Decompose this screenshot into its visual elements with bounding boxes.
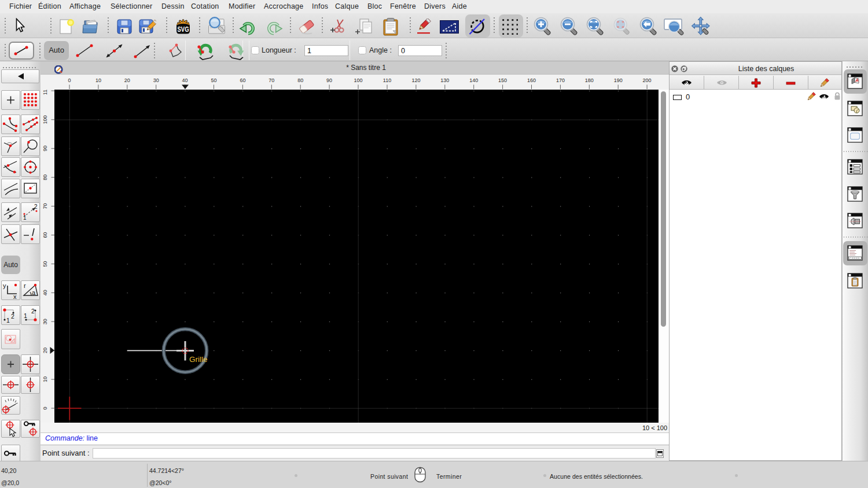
svg-text:190: 190 (614, 77, 623, 83)
svg-text:1: 1 (24, 312, 27, 319)
svg-text:70: 70 (269, 77, 274, 83)
svg-text:100: 100 (42, 115, 48, 124)
svg-text:60: 60 (42, 232, 48, 238)
svg-text:80: 80 (297, 77, 303, 83)
svg-text:1: 1 (23, 215, 27, 221)
svg-text:20: 20 (42, 347, 48, 353)
svg-text:20: 20 (124, 77, 130, 83)
svg-text:0: 0 (68, 77, 71, 83)
svg-text:60: 60 (240, 77, 245, 83)
svg-text:70: 70 (42, 204, 48, 209)
svg-text:160: 160 (527, 77, 536, 83)
svg-text:140: 140 (469, 77, 478, 83)
svg-text:200: 200 (643, 77, 652, 83)
svg-text:40: 40 (42, 290, 48, 295)
svg-text:Grille: Grille (189, 355, 208, 364)
svg-text:120: 120 (411, 77, 420, 83)
svg-text:2: 2 (34, 204, 38, 210)
svg-text:180: 180 (585, 77, 594, 83)
svg-text:2: 2 (31, 308, 35, 315)
svg-text:r: r (24, 282, 26, 289)
svg-text:10: 10 (95, 77, 101, 83)
svg-text:30: 30 (42, 319, 48, 324)
svg-text:100: 100 (354, 77, 362, 83)
svg-text:170: 170 (556, 77, 565, 83)
svg-text:30: 30 (153, 77, 159, 83)
svg-text:1: 1 (6, 317, 10, 324)
svg-text:110: 110 (42, 90, 48, 95)
svg-text:40: 40 (182, 77, 188, 83)
svg-text:50: 50 (211, 77, 216, 83)
svg-text:a: a (32, 289, 36, 296)
svg-text:50: 50 (42, 261, 48, 267)
svg-text:130: 130 (440, 77, 449, 83)
svg-text:SVG: SVG (178, 25, 189, 34)
svg-text:x: x (13, 293, 17, 300)
svg-text:110: 110 (383, 77, 391, 83)
svg-text:2: 2 (11, 313, 14, 320)
svg-text:80: 80 (42, 175, 48, 180)
svg-text:10: 10 (42, 376, 48, 382)
svg-text:150: 150 (498, 77, 507, 83)
svg-text:y: y (3, 282, 6, 289)
svg-text:90: 90 (326, 77, 332, 83)
svg-text:90: 90 (42, 146, 48, 151)
svg-text:0: 0 (42, 406, 48, 409)
